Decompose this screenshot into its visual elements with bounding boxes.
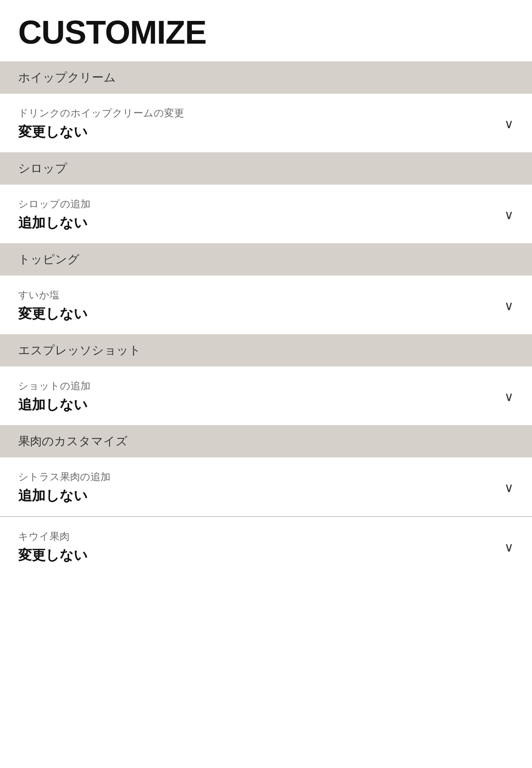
option-label-watermelon-salt: すいか塩	[18, 288, 88, 302]
page-container: CUSTOMIZE ホイップクリームドリンクのホイップクリームの変更変更しない∨…	[0, 0, 532, 576]
chevron-down-icon: ∨	[504, 207, 514, 222]
section-header-espresso: エスプレッソショット	[0, 334, 532, 366]
option-row-kiwi-pulp[interactable]: キウイ果肉変更しない∨	[0, 517, 532, 576]
section-header-whipped-cream: ホイップクリーム	[0, 61, 532, 94]
option-row-shot-add[interactable]: ショットの追加追加しない∨	[0, 366, 532, 425]
section-fruit-pulp: 果肉のカスタマイズシトラス果肉の追加追加しない∨キウイ果肉変更しない∨	[0, 425, 532, 576]
sections-container: ホイップクリームドリンクのホイップクリームの変更変更しない∨シロップシロップの追…	[0, 61, 532, 576]
option-value-syrup-add: 追加しない	[18, 214, 90, 232]
section-topping: トッピングすいか塩変更しない∨	[0, 243, 532, 334]
section-header-fruit-pulp: 果肉のカスタマイズ	[0, 425, 532, 457]
option-value-shot-add: 追加しない	[18, 396, 90, 414]
chevron-down-icon: ∨	[504, 540, 514, 555]
option-content-shot-add: ショットの追加追加しない	[18, 379, 90, 414]
section-espresso: エスプレッソショットショットの追加追加しない∨	[0, 334, 532, 425]
section-whipped-cream: ホイップクリームドリンクのホイップクリームの変更変更しない∨	[0, 61, 532, 152]
chevron-down-icon: ∨	[504, 116, 514, 131]
option-label-citrus-pulp: シトラス果肉の追加	[18, 470, 110, 484]
option-row-whipped-cream-change[interactable]: ドリンクのホイップクリームの変更変更しない∨	[0, 94, 532, 152]
option-row-syrup-add[interactable]: シロップの追加追加しない∨	[0, 185, 532, 243]
option-row-watermelon-salt[interactable]: すいか塩変更しない∨	[0, 276, 532, 334]
option-value-kiwi-pulp: 変更しない	[18, 546, 88, 565]
option-value-whipped-cream-change: 変更しない	[18, 123, 184, 141]
option-label-kiwi-pulp: キウイ果肉	[18, 530, 88, 543]
section-syrup: シロップシロップの追加追加しない∨	[0, 152, 532, 243]
option-label-whipped-cream-change: ドリンクのホイップクリームの変更	[18, 106, 184, 120]
option-content-whipped-cream-change: ドリンクのホイップクリームの変更変更しない	[18, 106, 184, 141]
page-title: CUSTOMIZE	[0, 0, 532, 61]
option-content-citrus-pulp: シトラス果肉の追加追加しない	[18, 470, 110, 505]
section-header-topping: トッピング	[0, 243, 532, 276]
option-content-syrup-add: シロップの追加追加しない	[18, 197, 90, 232]
option-label-syrup-add: シロップの追加	[18, 197, 90, 211]
chevron-down-icon: ∨	[504, 480, 514, 495]
option-content-kiwi-pulp: キウイ果肉変更しない	[18, 530, 88, 565]
option-content-watermelon-salt: すいか塩変更しない	[18, 288, 88, 323]
option-row-citrus-pulp[interactable]: シトラス果肉の追加追加しない∨	[0, 457, 532, 517]
chevron-down-icon: ∨	[504, 389, 514, 404]
option-value-citrus-pulp: 追加しない	[18, 487, 110, 505]
option-value-watermelon-salt: 変更しない	[18, 305, 88, 323]
chevron-down-icon: ∨	[504, 298, 514, 313]
option-label-shot-add: ショットの追加	[18, 379, 90, 393]
section-header-syrup: シロップ	[0, 152, 532, 185]
